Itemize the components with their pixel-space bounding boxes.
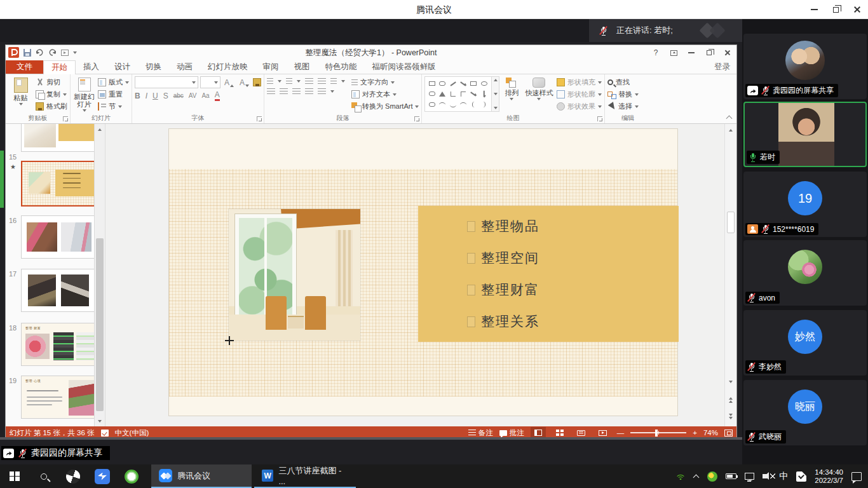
tab-foxit[interactable]: 福昕阅读器领鲜版	[365, 60, 444, 74]
language-text[interactable]: 中文(中国)	[115, 428, 149, 438]
shape-cell[interactable]	[439, 81, 445, 86]
change-case-button[interactable]: Aa	[201, 92, 209, 99]
shapes-scroll-up-icon[interactable]	[494, 79, 498, 81]
shapes-more-icon[interactable]	[494, 107, 498, 109]
bird-app-button[interactable]	[88, 464, 117, 488]
shape-cell[interactable]	[483, 102, 485, 107]
align-text-button[interactable]: 对齐文本	[351, 88, 419, 100]
find-button[interactable]: 查找	[607, 76, 639, 88]
slide-thumbnails-pane[interactable]: 15 ★ 16 17	[6, 124, 105, 426]
font-name-combo[interactable]	[135, 76, 198, 88]
tab-review[interactable]: 审阅	[255, 60, 287, 74]
participant-tile[interactable]: 妙然 李妙然	[743, 310, 867, 376]
section-button[interactable]: 节	[98, 100, 129, 112]
clipboard-dialog-launcher[interactable]	[63, 116, 68, 121]
thumbnails-scrollbar[interactable]	[94, 124, 105, 426]
shape-cell[interactable]	[429, 81, 435, 86]
shape-cell[interactable]	[460, 102, 466, 107]
participant-tile[interactable]: 晓丽 武晓丽	[743, 380, 867, 445]
decrease-indent-icon[interactable]	[305, 78, 313, 85]
shrink-font-button[interactable]: A	[238, 78, 251, 87]
battery-icon[interactable]	[726, 473, 736, 479]
tab-home[interactable]: 开始	[43, 60, 76, 74]
login-link[interactable]: 登录	[714, 60, 736, 74]
align-center-icon[interactable]	[280, 88, 288, 95]
italic-button[interactable]: I	[146, 92, 147, 100]
text-direction-button[interactable]: 文字方向	[351, 76, 419, 88]
shape-cell[interactable]	[450, 102, 456, 107]
grow-font-button[interactable]: A	[222, 78, 236, 87]
arrange-button[interactable]: 排列	[502, 76, 522, 113]
speaker-muted-icon[interactable]	[763, 474, 767, 478]
zoom-in-button[interactable]: +	[693, 429, 697, 437]
tab-design[interactable]: 设计	[107, 60, 138, 74]
shape-outline-button[interactable]: 形状轮廓	[557, 88, 602, 100]
antivirus-tray-icon[interactable]	[707, 471, 717, 482]
slide-canvas[interactable]: 整理物品 整理空间 整理财富 整理关系	[106, 124, 724, 426]
ppt-help-button[interactable]: ?	[646, 45, 665, 60]
font-size-combo[interactable]	[200, 76, 220, 88]
shape-cell[interactable]	[439, 102, 445, 107]
line-spacing-icon[interactable]	[330, 78, 337, 85]
browser-app-button[interactable]	[117, 464, 146, 488]
tab-file[interactable]: 文件	[6, 60, 43, 74]
pinwheel-app-button[interactable]	[58, 464, 88, 488]
tab-view[interactable]: 视图	[287, 60, 318, 74]
comments-button[interactable]: 批注	[499, 428, 524, 438]
tab-insert[interactable]: 插入	[76, 60, 107, 74]
participant-tile[interactable]: 19 152****6019	[743, 172, 867, 237]
columns-icon[interactable]	[318, 88, 326, 95]
underline-button[interactable]: U	[153, 92, 158, 100]
shape-cell[interactable]	[439, 92, 445, 97]
thumbnail-slide-19[interactable]: 整理·心境	[21, 376, 97, 419]
paste-button[interactable]: 粘贴	[8, 76, 33, 113]
previous-slide-button[interactable]	[725, 395, 736, 405]
tab-slideshow[interactable]: 幻灯片放映	[200, 60, 255, 74]
shape-cell[interactable]	[481, 81, 487, 86]
thumbnail-slide-18[interactable]: 整理·财富	[21, 323, 97, 366]
paragraph-dialog-launcher[interactable]	[414, 116, 419, 121]
thumbnails-scroll-thumb[interactable]	[96, 238, 104, 411]
ime-indicator[interactable]: 中	[779, 471, 788, 482]
shape-cell[interactable]	[429, 92, 435, 96]
bullets-icon[interactable]	[267, 78, 273, 85]
minimize-button[interactable]	[803, 0, 825, 19]
shape-cell[interactable]	[429, 102, 435, 107]
participant-tile-speaking[interactable]: 若时	[743, 102, 867, 167]
shadow-button[interactable]: S	[163, 92, 168, 100]
slide-15[interactable]: 整理物品 整理空间 整理财富 整理关系	[168, 128, 678, 416]
spellcheck-icon[interactable]	[101, 430, 109, 437]
taskbar-meeting-button[interactable]: 腾讯会议	[151, 464, 252, 488]
shape-cell[interactable]	[484, 91, 485, 97]
reset-button[interactable]: 重置	[98, 88, 129, 100]
close-button[interactable]	[846, 0, 868, 19]
ppt-minimize-button[interactable]	[682, 45, 701, 60]
shape-cell[interactable]	[461, 81, 466, 86]
shape-fill-button[interactable]: 形状填充	[557, 76, 602, 88]
thumbnails-scroll-down[interactable]	[95, 416, 105, 426]
new-slide-button[interactable]: 新建幻灯片	[73, 76, 95, 113]
shapes-scroll-down-icon[interactable]	[494, 93, 498, 95]
slide-text-box[interactable]: 整理物品 整理空间 整理财富 整理关系	[418, 206, 679, 342]
smartart-button[interactable]: 转换为 SmartArt	[351, 100, 419, 112]
shape-effects-button[interactable]: 形状效果	[557, 100, 602, 112]
cut-button[interactable]: 剪切	[36, 76, 67, 88]
action-center-icon[interactable]	[851, 472, 862, 481]
justify-icon[interactable]	[305, 88, 313, 95]
strikethrough-button[interactable]: abc	[173, 92, 184, 99]
tab-special-features[interactable]: 特色功能	[318, 60, 365, 74]
ribbon-display-options-button[interactable]	[664, 45, 683, 60]
collapse-ribbon-button[interactable]	[726, 114, 731, 119]
thumbnail-slide-14[interactable]	[21, 124, 97, 152]
zoom-percent[interactable]: 74%	[703, 429, 718, 437]
tab-transitions[interactable]: 切换	[138, 60, 169, 74]
participant-tile[interactable]: 龚园园的屏幕共享	[743, 34, 867, 99]
ppt-close-button[interactable]	[717, 45, 736, 60]
network-icon[interactable]	[745, 473, 754, 480]
increase-indent-icon[interactable]	[318, 78, 326, 85]
canvas-scrollbar[interactable]	[724, 124, 736, 426]
maximize-button[interactable]	[825, 0, 846, 19]
shape-cell[interactable]	[450, 81, 456, 86]
shape-cell[interactable]	[471, 92, 477, 97]
start-button[interactable]	[0, 464, 29, 488]
